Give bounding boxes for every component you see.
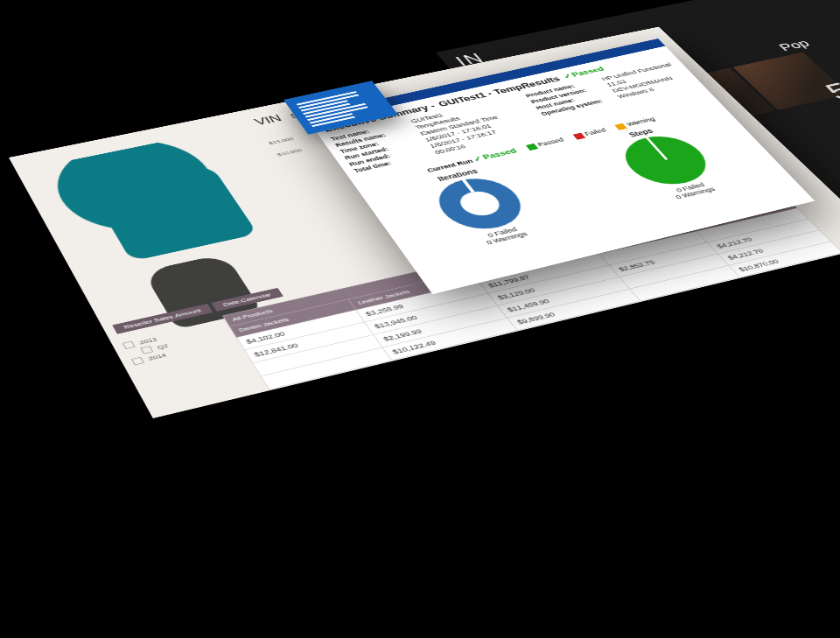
legend-failed: Failed	[583, 127, 607, 137]
swatch-failed-icon	[572, 133, 585, 140]
expand-icon[interactable]	[131, 357, 144, 366]
year-picker[interactable]: 2013 Q2 2014	[122, 334, 174, 365]
expand-icon[interactable]	[122, 341, 136, 349]
hoodie-image	[41, 137, 252, 265]
swatch-passed-icon	[526, 144, 539, 151]
steps-chart: Steps 0 Failed 0 Warnings	[605, 123, 733, 205]
chart-y-axis: $15,000 $10,000	[265, 133, 306, 161]
expand-icon[interactable]	[140, 346, 153, 354]
quarter-label: Q2	[156, 342, 169, 350]
legend-passed: Passed	[536, 137, 565, 147]
legend-warning: Warning	[625, 116, 656, 128]
year-label: 2014	[147, 352, 167, 361]
iterations-chart: Iterations 0 Failed 0 Warnings	[419, 164, 545, 249]
brand-label: VIN	[252, 113, 284, 128]
